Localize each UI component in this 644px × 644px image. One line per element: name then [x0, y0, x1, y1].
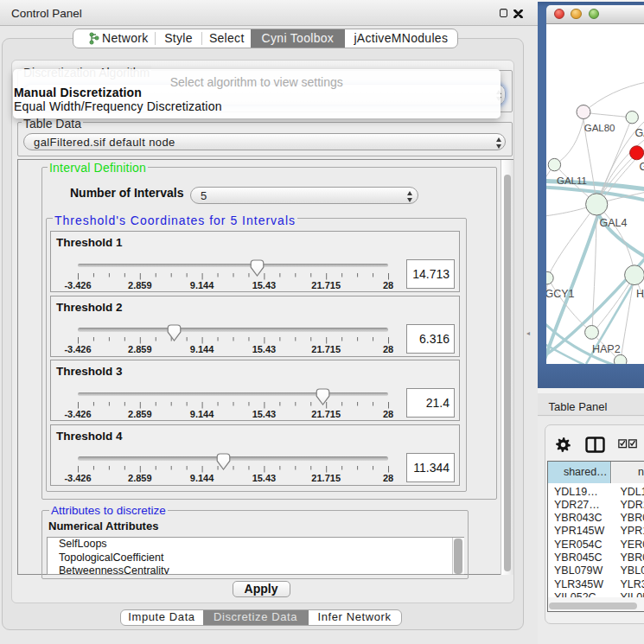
- svg-text:G: G: [640, 161, 644, 173]
- svg-text:H: H: [636, 288, 644, 300]
- svg-text:HAP2: HAP2: [592, 343, 621, 355]
- svg-text:GA: GA: [635, 127, 644, 139]
- svg-text:GCY1: GCY1: [546, 288, 575, 300]
- svg-text:GAL80: GAL80: [584, 123, 615, 133]
- svg-text:GAL4: GAL4: [600, 217, 628, 229]
- svg-text:GAL11: GAL11: [557, 175, 587, 186]
